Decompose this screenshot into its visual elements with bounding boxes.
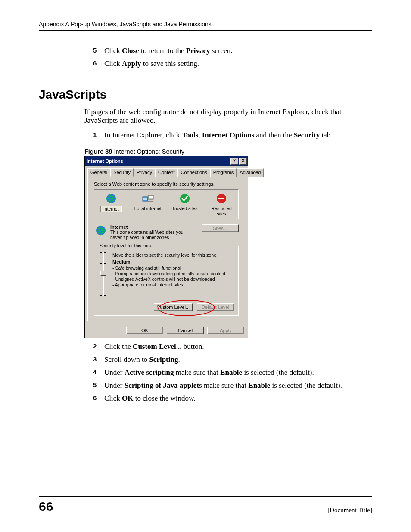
globe-icon bbox=[96, 192, 126, 205]
ok-button[interactable]: OK bbox=[126, 327, 163, 334]
security-level-bullets: - Safe browsing and still functional- Pr… bbox=[112, 265, 225, 288]
document-title-placeholder: [Document Title] bbox=[327, 507, 372, 514]
cancel-button[interactable]: Cancel bbox=[167, 327, 204, 334]
bottom-steps-list: Click the Custom Level... button.Scroll … bbox=[39, 342, 372, 403]
security-tab-panel: Select a Web content zone to specify its… bbox=[87, 177, 245, 321]
tab-strip: GeneralSecurityPrivacyContentConnections… bbox=[85, 166, 248, 177]
zone-label: Restricted sites bbox=[207, 206, 237, 216]
help-button[interactable]: ? bbox=[230, 158, 238, 165]
tab-security[interactable]: Security bbox=[110, 168, 134, 177]
intro-paragraph: If pages of the web configurator do not … bbox=[39, 108, 372, 125]
dialog-footer: OK Cancel Apply bbox=[85, 324, 248, 338]
tab-content[interactable]: Content bbox=[155, 168, 178, 177]
figure-caption: Figure 39 Internet Options: Security bbox=[84, 148, 372, 155]
default-level-button[interactable]: Default Level bbox=[197, 303, 234, 311]
list-item: Click Apply to save this setting. bbox=[95, 59, 372, 68]
figure-caption-text: Internet Options: Security bbox=[112, 148, 184, 155]
zone-info: This zone contains all Web sites you hav… bbox=[110, 230, 198, 240]
zone-restricted-sites[interactable]: Restricted sites bbox=[207, 192, 237, 218]
zone-name: Internet bbox=[110, 224, 198, 230]
list-item: Under Active scripting make sure that En… bbox=[95, 368, 372, 377]
svg-rect-3 bbox=[143, 198, 147, 200]
figure-label: Figure 39 bbox=[84, 148, 112, 155]
globe-icon bbox=[95, 224, 107, 237]
step1-list: In Internet Explorer, click Tools, Inter… bbox=[39, 131, 372, 140]
close-button[interactable]: ✕ bbox=[239, 158, 247, 165]
security-level-groupbox: Security level for this zone Move the sl… bbox=[94, 246, 239, 316]
trusted-icon bbox=[170, 192, 200, 205]
tab-advanced[interactable]: Advanced bbox=[237, 168, 264, 177]
custom-level-button[interactable]: Custom Level... bbox=[154, 303, 193, 311]
zone-trusted-sites[interactable]: Trusted sites bbox=[170, 192, 200, 218]
zone-label: Trusted sites bbox=[172, 206, 198, 211]
list-item: Click OK to close the window. bbox=[95, 394, 372, 403]
intranet-icon bbox=[133, 192, 163, 205]
list-item: Click Close to return to the Privacy scr… bbox=[95, 47, 372, 55]
page-footer: 66 [Document Title] bbox=[39, 496, 372, 514]
security-level-name: Medium bbox=[112, 259, 225, 264]
svg-rect-6 bbox=[146, 201, 153, 202]
section-heading: JavaScripts bbox=[39, 88, 372, 102]
move-slider-text: Move the slider to set the security leve… bbox=[112, 252, 225, 258]
tab-programs[interactable]: Programs bbox=[210, 168, 237, 177]
list-item: Under Scripting of Java applets make sur… bbox=[95, 381, 372, 390]
internet-options-dialog: Internet Options ? ✕ GeneralSecurityPriv… bbox=[84, 156, 248, 338]
tab-connections[interactable]: Connections bbox=[177, 168, 210, 177]
dialog-titlebar[interactable]: Internet Options ? ✕ bbox=[85, 156, 248, 166]
zone-internet[interactable]: Internet bbox=[96, 192, 126, 218]
security-level-slider[interactable] bbox=[99, 252, 107, 296]
running-header: Appendix A Pop-up Windows, JavaScripts a… bbox=[39, 21, 372, 31]
apply-button[interactable]: Apply bbox=[207, 327, 244, 334]
zone-label: Internet bbox=[100, 206, 122, 212]
page-number: 66 bbox=[39, 499, 53, 514]
step-1: In Internet Explorer, click Tools, Inter… bbox=[95, 131, 372, 140]
zone-label: Local intranet bbox=[134, 206, 162, 211]
zone-description: Internet This zone contains all Web site… bbox=[94, 224, 239, 244]
sites-button[interactable]: Sites... bbox=[202, 224, 239, 232]
restricted-icon bbox=[207, 192, 237, 205]
top-steps-list: Click Close to return to the Privacy scr… bbox=[39, 47, 372, 68]
page: Appendix A Pop-up Windows, JavaScripts a… bbox=[0, 0, 411, 532]
svg-rect-9 bbox=[218, 198, 224, 199]
select-zone-text: Select a Web content zone to specify its… bbox=[94, 181, 239, 187]
zone-local-intranet[interactable]: Local intranet bbox=[133, 192, 163, 218]
tab-privacy[interactable]: Privacy bbox=[134, 168, 155, 177]
dialog-title: Internet Options bbox=[87, 159, 123, 164]
svg-rect-5 bbox=[149, 196, 153, 198]
list-item: Click the Custom Level... button. bbox=[95, 342, 372, 351]
list-item: Scroll down to Scripting. bbox=[95, 355, 372, 364]
groupbox-legend: Security level for this zone bbox=[98, 243, 154, 248]
tab-general[interactable]: General bbox=[87, 168, 110, 177]
zone-strip[interactable]: InternetLocal intranetTrusted sitesRestr… bbox=[94, 189, 239, 219]
